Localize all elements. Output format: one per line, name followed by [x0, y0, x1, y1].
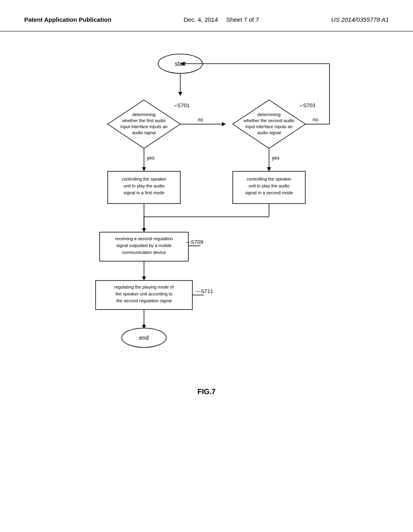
patent-number: US 2014/0355778 A1 — [331, 16, 389, 23]
s711-text-2: the speaker unit according to — [115, 291, 172, 296]
s701-text-4: audio signal — [132, 130, 156, 135]
svg-marker-2 — [178, 92, 182, 96]
header-left: Patent Application Publication — [24, 16, 111, 23]
s701-text-2: whether the first audio — [122, 118, 166, 123]
s701-text-3: input interface inputs an — [121, 124, 168, 129]
flowchart-svg: start determining whether the first audi… — [55, 48, 358, 378]
s711-text-3: the second regulation signal — [117, 298, 172, 303]
s707-text-3: signal in a second mode — [245, 190, 293, 195]
sheet-number: Sheet 7 of 7 — [226, 16, 259, 23]
yes-label-s703: yes — [272, 155, 280, 161]
s709-text-2: signal outputted by a mobile — [117, 243, 172, 248]
page: Patent Application Publication Dec. 4, 2… — [0, 0, 413, 532]
s705-text-2: unit to play the audio — [123, 183, 165, 188]
s709-label: —S709 — [186, 239, 203, 245]
svg-marker-22 — [142, 228, 146, 232]
fig-label: FIG.7 — [197, 388, 215, 396]
patent-app-publication: Patent Application Publication — [24, 16, 111, 23]
s709-text-1: receiving a second regulation — [115, 236, 173, 241]
s711-text-1: regulating the playing mode of — [114, 285, 174, 289]
header-center: Dec. 4, 2014 Sheet 7 of 7 — [184, 16, 259, 23]
s701-label: ⌐S701 — [174, 102, 190, 108]
flowchart-container: start determining whether the first audi… — [55, 48, 358, 380]
s703-text-4: audio signal — [257, 130, 281, 135]
s707-text-1: controlling the speaker — [247, 177, 292, 181]
s711-label: —S711 — [196, 288, 213, 294]
header-right: US 2014/0355778 A1 — [331, 16, 389, 23]
publication-date: Dec. 4, 2014 — [184, 16, 218, 23]
svg-marker-13 — [142, 167, 146, 171]
s703-text-3: input interface inputs an — [246, 124, 293, 129]
svg-marker-16 — [267, 167, 271, 171]
end-label: end — [139, 335, 148, 341]
diagram-area: start determining whether the first audi… — [0, 35, 413, 408]
header: Patent Application Publication Dec. 4, 2… — [0, 0, 413, 31]
s705-text-3: signal in a first mode — [124, 190, 165, 195]
s707-text-2: unit to play the audio — [248, 183, 290, 188]
no-label-s701: no — [198, 117, 203, 123]
s709-text-3: communication device — [122, 250, 166, 255]
s705-text-1: controlling the speaker — [122, 177, 167, 181]
s701-text-1: determining — [132, 112, 155, 117]
s703-text-1: determining — [257, 112, 280, 117]
yes-label-s701: yes — [147, 155, 154, 161]
s703-text-2: whether the second audio — [243, 118, 294, 123]
svg-marker-5 — [222, 122, 226, 126]
s703-label: ⌐S703 — [300, 102, 315, 108]
svg-marker-26 — [142, 276, 146, 281]
no-label-s703: no — [313, 117, 318, 123]
